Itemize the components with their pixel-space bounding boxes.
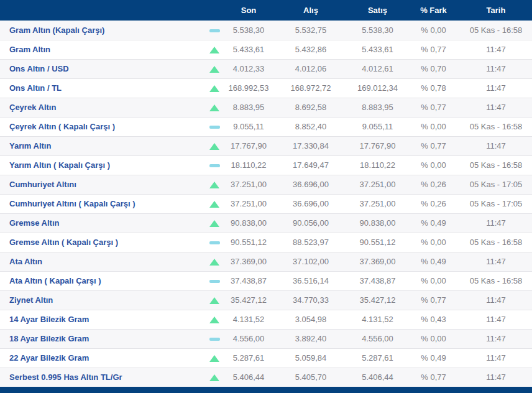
instrument-name[interactable]: Gremse Altın <box>0 213 205 233</box>
table-row[interactable]: Yarım Altın17.767,9017.330,8417.767,90% … <box>0 136 532 155</box>
table-row[interactable]: Ziynet Altın35.427,1234.770,3335.427,12%… <box>0 290 532 310</box>
table-row[interactable]: Gram Altın5.433,615.432,865.433,61% 0,77… <box>0 40 532 59</box>
son-value: 5.406,44 <box>224 368 273 387</box>
instrument-name[interactable]: Cumhuriyet Altını ( Kapalı Çarşı ) <box>0 194 205 213</box>
satis-value: 35.427,12 <box>348 290 407 310</box>
trend-cell <box>205 117 224 136</box>
table-row[interactable]: Çeyrek Altın ( Kapalı Çarşı )9.055,118.8… <box>0 117 532 136</box>
instrument-name[interactable]: 22 Ayar Bilezik Gram <box>0 348 205 368</box>
column-header-tarih: Tarih <box>460 0 532 21</box>
tarih-value: 05 Kas - 16:58 <box>460 233 532 252</box>
fark-value: % 0,78 <box>407 78 460 98</box>
table-header: Son Alış Satış % Fark Tarih <box>0 0 532 21</box>
alis-value: 88.523,97 <box>273 233 348 252</box>
table-row[interactable]: Ons Altın / USD4.012,334.012,064.012,61%… <box>0 59 532 78</box>
fark-value: % 0,00 <box>407 271 460 290</box>
son-value: 4.012,33 <box>224 59 273 78</box>
instrument-name[interactable]: Ons Altın / TL <box>0 78 205 98</box>
instrument-name[interactable]: Ata Altın <box>0 252 205 271</box>
son-value: 4.131,52 <box>224 310 273 329</box>
triangle-up-icon <box>209 182 219 188</box>
triangle-up-icon <box>209 104 219 111</box>
instrument-name[interactable]: Gram Altın <box>0 40 205 59</box>
table-row[interactable]: 18 Ayar Bilezik Gram4.556,003.892,404.55… <box>0 329 532 348</box>
instrument-name[interactable]: Serbest 0.995 Has Altın TL/Gr <box>0 368 205 387</box>
alis-value: 36.696,00 <box>273 175 348 194</box>
satis-value: 4.556,00 <box>348 329 407 348</box>
tarih-value: 11:47 <box>460 40 532 59</box>
gold-prices-table: Son Alış Satış % Fark Tarih Gram Altın (… <box>0 0 532 387</box>
instrument-name[interactable]: 18 Ayar Bilezik Gram <box>0 329 205 348</box>
table-row[interactable]: 22 Ayar Bilezik Gram5.287,615.059,845.28… <box>0 348 532 368</box>
table-row[interactable]: Cumhuriyet Altını37.251,0036.696,0037.25… <box>0 175 532 194</box>
satis-value: 5.538,30 <box>348 21 407 40</box>
table-row[interactable]: Serbest 0.995 Has Altın TL/Gr5.406,445.4… <box>0 368 532 387</box>
son-value: 35.427,12 <box>224 290 273 310</box>
instrument-name[interactable]: 14 Ayar Bilezik Gram <box>0 310 205 329</box>
satis-value: 9.055,11 <box>348 117 407 136</box>
son-value: 37.369,00 <box>224 252 273 271</box>
tarih-value: 05 Kas - 17:05 <box>460 175 532 194</box>
tarih-value: 11:47 <box>460 59 532 78</box>
table-row[interactable]: Yarım Altın ( Kapalı Çarşı )18.110,2217.… <box>0 155 532 175</box>
column-header-fark: % Fark <box>407 0 460 21</box>
satis-value: 18.110,22 <box>348 155 407 175</box>
table-row[interactable]: Cumhuriyet Altını ( Kapalı Çarşı )37.251… <box>0 194 532 213</box>
dash-icon <box>209 280 220 283</box>
instrument-name[interactable]: Ziynet Altın <box>0 290 205 310</box>
tarih-value: 05 Kas - 16:58 <box>460 21 532 40</box>
table-row[interactable]: Çeyrek Altın8.883,958.692,588.883,95% 0,… <box>0 98 532 117</box>
instrument-name[interactable]: Yarım Altın <box>0 136 205 155</box>
alis-value: 3.054,98 <box>273 310 348 329</box>
triangle-up-icon <box>209 259 219 266</box>
instrument-name[interactable]: Cumhuriyet Altını <box>0 175 205 194</box>
fark-value: % 0,00 <box>407 329 460 348</box>
son-value: 37.438,87 <box>224 271 273 290</box>
column-header-trend <box>205 0 224 21</box>
column-header-son: Son <box>224 0 273 21</box>
alis-value: 37.102,00 <box>273 252 348 271</box>
table-row[interactable]: Gram Altın (Kapalı Çarşı)5.538,305.532,7… <box>0 21 532 40</box>
trend-cell <box>205 368 224 387</box>
instrument-name[interactable]: Gram Altın (Kapalı Çarşı) <box>0 21 205 40</box>
fark-value: % 0,77 <box>407 290 460 310</box>
instrument-name[interactable]: Gremse Altın ( Kapalı Çarşı ) <box>0 233 205 252</box>
satis-value: 37.251,00 <box>348 175 407 194</box>
son-value: 37.251,00 <box>224 194 273 213</box>
instrument-name[interactable]: Çeyrek Altın <box>0 98 205 117</box>
tarih-value: 11:47 <box>460 98 532 117</box>
son-value: 9.055,11 <box>224 117 273 136</box>
triangle-up-icon <box>209 374 219 381</box>
instrument-name[interactable]: Çeyrek Altın ( Kapalı Çarşı ) <box>0 117 205 136</box>
instrument-name[interactable]: Ons Altın / USD <box>0 59 205 78</box>
triangle-up-icon <box>209 317 219 323</box>
trend-cell <box>205 136 224 155</box>
satis-value: 37.251,00 <box>348 194 407 213</box>
trend-cell <box>205 290 224 310</box>
son-value: 5.433,61 <box>224 40 273 59</box>
table-row[interactable]: 14 Ayar Bilezik Gram4.131,523.054,984.13… <box>0 310 532 329</box>
son-value: 5.538,30 <box>224 21 273 40</box>
alis-value: 36.516,14 <box>273 271 348 290</box>
table-row[interactable]: Gremse Altın ( Kapalı Çarşı )90.551,1288… <box>0 233 532 252</box>
son-value: 18.110,22 <box>224 155 273 175</box>
table-row[interactable]: Ata Altın37.369,0037.102,0037.369,00% 0,… <box>0 252 532 271</box>
alis-value: 17.649,47 <box>273 155 348 175</box>
trend-cell <box>205 194 224 213</box>
instrument-name[interactable]: Yarım Altın ( Kapalı Çarşı ) <box>0 155 205 175</box>
fark-value: % 0,77 <box>407 40 460 59</box>
alis-value: 34.770,33 <box>273 290 348 310</box>
table-row[interactable]: Ata Altın ( Kapalı Çarşı )37.438,8736.51… <box>0 271 532 290</box>
tarih-value: 11:47 <box>460 348 532 368</box>
satis-value: 37.369,00 <box>348 252 407 271</box>
instrument-name[interactable]: Ata Altın ( Kapalı Çarşı ) <box>0 271 205 290</box>
alis-value: 5.532,75 <box>273 21 348 40</box>
triangle-up-icon <box>209 143 219 150</box>
trend-cell <box>205 271 224 290</box>
tarih-value: 05 Kas - 16:58 <box>460 155 532 175</box>
table-row[interactable]: Ons Altın / TL168.992,53168.972,72169.01… <box>0 78 532 98</box>
fark-value: % 0,77 <box>407 136 460 155</box>
trend-cell <box>205 40 224 59</box>
alis-value: 4.012,06 <box>273 59 348 78</box>
table-row[interactable]: Gremse Altın90.838,0090.056,0090.838,00%… <box>0 213 532 233</box>
